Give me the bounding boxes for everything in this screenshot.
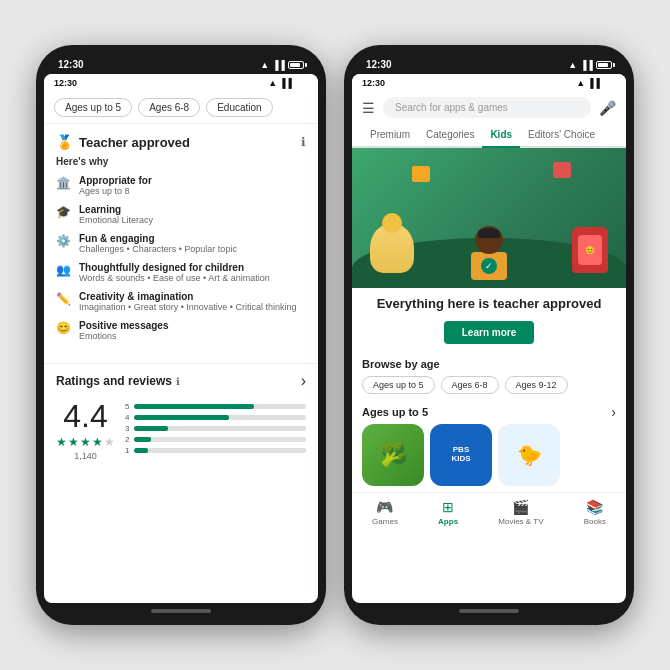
wifi-icon-inner: ▲	[268, 78, 277, 88]
reason-icon-4: ✏️	[56, 292, 71, 306]
tab-editors-choice[interactable]: Editors' Choice	[520, 123, 603, 148]
flag-left	[412, 166, 430, 182]
app-thumbnails: 🥦 PBSKIDS 🐤	[352, 424, 626, 492]
ratings-arrow-icon[interactable]: ›	[301, 372, 306, 390]
ratings-title: Ratings and reviews	[56, 374, 172, 388]
main-character: ✓	[471, 226, 507, 280]
signal-icon-right: ▐▐	[580, 60, 593, 70]
teacher-icon: 🏅	[56, 134, 73, 150]
browse-title: Browse by age	[362, 358, 616, 370]
right-phone: 12:30 ▲ ▐▐ 12:30 ▲ ▐▐ ☰	[344, 45, 634, 625]
ratings-info-icon[interactable]: ℹ	[176, 376, 180, 387]
tab-kids[interactable]: Kids	[482, 123, 520, 148]
nav-movies[interactable]: 🎬 Movies & TV	[498, 499, 543, 526]
ratings-header: Ratings and reviews ℹ ›	[44, 372, 318, 390]
right-inner-icons: ▲ ▐▐	[576, 78, 616, 88]
wifi-icon-ri: ▲	[576, 78, 585, 88]
age-chip-2[interactable]: Ages 9-12	[505, 376, 568, 394]
chip-ages-6-8[interactable]: Ages 6-8	[138, 98, 200, 117]
reason-title-5: Positive messages	[79, 320, 169, 331]
games-label: Games	[372, 517, 398, 526]
stars-row: ★ ★ ★ ★ ★	[56, 435, 115, 449]
age-chip-1[interactable]: Ages 6-8	[441, 376, 499, 394]
left-time: 12:30	[58, 59, 84, 70]
bar-bg-3	[134, 426, 306, 431]
reason-icon-3: 👥	[56, 263, 71, 277]
reason-sub-2: Challenges • Characters • Popular topic	[79, 244, 237, 254]
bar-row-4: 4	[125, 413, 306, 422]
star-1: ★	[56, 435, 67, 449]
star-3: ★	[80, 435, 91, 449]
left-screen-content: 12:30 ▲ ▐▐ Ages up to 5 Ages 6-8 Educati…	[44, 74, 318, 603]
reason-icon-5: 😊	[56, 321, 71, 335]
chip-education[interactable]: Education	[206, 98, 272, 117]
learn-more-button[interactable]: Learn more	[444, 321, 534, 344]
left-inner-time: 12:30	[54, 78, 77, 88]
search-bar: ☰ Search for apps & games 🎤	[352, 92, 626, 123]
left-phone-top-bar: 12:30 ▲ ▐▐	[44, 55, 318, 74]
right-inner-time: 12:30	[362, 78, 385, 88]
movies-icon: 🎬	[512, 499, 529, 515]
reason-item-3: 👥 Thoughtfully designed for children Wor…	[56, 262, 306, 283]
teacher-header: 🏅 Teacher approved ℹ	[56, 134, 306, 150]
apps-label: Apps	[438, 517, 458, 526]
signal-icon-inner: ▐▐	[279, 78, 292, 88]
bar-bg-1	[134, 448, 306, 453]
nav-apps[interactable]: ⊞ Apps	[438, 499, 458, 526]
review-count: 1,140	[74, 451, 97, 461]
age-chips-row: Ages up to 5 Ages 6-8 Ages 9-12	[362, 376, 616, 394]
reason-item-2: ⚙️ Fun & engaging Challenges • Character…	[56, 233, 306, 254]
star-5: ★	[104, 435, 115, 449]
info-icon[interactable]: ℹ	[301, 135, 306, 149]
app-thumb-pbs[interactable]: PBSKIDS	[430, 424, 492, 486]
bar-row-1: 1	[125, 446, 306, 455]
movies-label: Movies & TV	[498, 517, 543, 526]
scene: 12:30 ▲ ▐▐ 12:30 ▲ ▐▐ Ages up to 5	[0, 0, 670, 670]
reason-text-4: Creativity & imagination Imagination • G…	[79, 291, 297, 312]
app-thumb-sesame[interactable]: 🐤	[498, 424, 560, 486]
reason-text-0: Appropriate for Ages up to 8	[79, 175, 152, 196]
reason-text-1: Learning Emotional Literacy	[79, 204, 153, 225]
reason-item-1: 🎓 Learning Emotional Literacy	[56, 204, 306, 225]
ages-arrow-icon[interactable]: ›	[611, 404, 616, 420]
right-time: 12:30	[366, 59, 392, 70]
reason-text-5: Positive messages Emotions	[79, 320, 169, 341]
reason-title-4: Creativity & imagination	[79, 291, 297, 302]
age-chip-0[interactable]: Ages up to 5	[362, 376, 435, 394]
left-screen: 12:30 ▲ ▐▐ Ages up to 5 Ages 6-8 Educati…	[44, 74, 318, 603]
search-input[interactable]: Search for apps & games	[383, 97, 591, 118]
nav-books[interactable]: 📚 Books	[584, 499, 606, 526]
left-status-icons: ▲ ▐▐	[260, 60, 304, 70]
deco-red-book: 😊	[572, 227, 608, 273]
right-screen: 12:30 ▲ ▐▐ ☰ Search for apps & games 🎤	[352, 74, 626, 603]
bar-num-3: 3	[125, 424, 131, 433]
bar-bg-4	[134, 415, 306, 420]
apps-icon: ⊞	[442, 499, 454, 515]
reason-icon-1: 🎓	[56, 205, 71, 219]
mic-icon[interactable]: 🎤	[599, 100, 616, 116]
search-placeholder: Search for apps & games	[395, 102, 508, 113]
reason-sub-0: Ages up to 8	[79, 186, 152, 196]
tab-premium[interactable]: Premium	[362, 123, 418, 148]
signal-icon-ri: ▐▐	[587, 78, 600, 88]
tab-categories[interactable]: Categories	[418, 123, 482, 148]
bar-fill-5	[134, 404, 254, 409]
reason-sub-5: Emotions	[79, 331, 169, 341]
bottom-nav: 🎮 Games ⊞ Apps 🎬 Movies & TV 📚 Books	[352, 492, 626, 530]
reason-title-0: Appropriate for	[79, 175, 152, 186]
chip-ages-5[interactable]: Ages up to 5	[54, 98, 132, 117]
hamburger-icon[interactable]: ☰	[362, 100, 375, 116]
reason-title-3: Thoughtfully designed for children	[79, 262, 270, 273]
wifi-icon: ▲	[260, 60, 269, 70]
teacher-section: 🏅 Teacher approved ℹ Here's why 🏛️ Appro…	[44, 124, 318, 355]
nav-games[interactable]: 🎮 Games	[372, 499, 398, 526]
app-thumb-veggies[interactable]: 🥦	[362, 424, 424, 486]
divider	[44, 363, 318, 364]
bar-fill-4	[134, 415, 229, 420]
nav-tabs: Premium Categories Kids Editors' Choice	[352, 123, 626, 148]
reason-text-3: Thoughtfully designed for children Words…	[79, 262, 270, 283]
reason-item-5: 😊 Positive messages Emotions	[56, 320, 306, 341]
bar-fill-3	[134, 426, 168, 431]
bar-num-4: 4	[125, 413, 131, 422]
reason-title-1: Learning	[79, 204, 153, 215]
